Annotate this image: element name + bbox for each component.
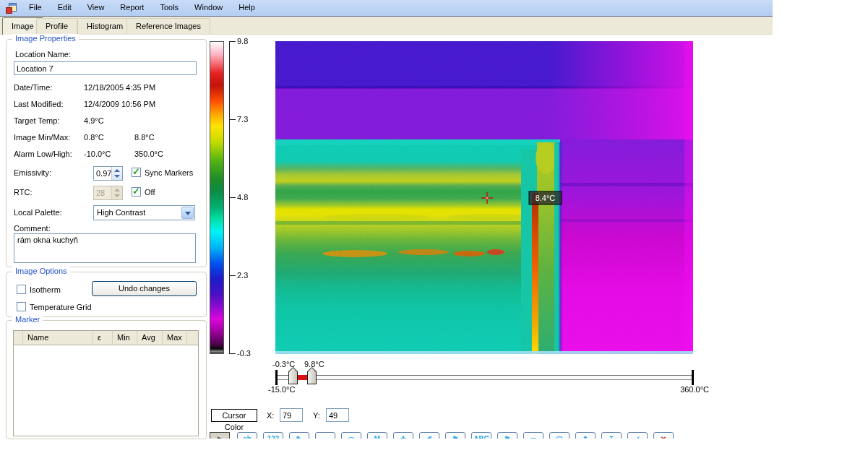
range-slider-track[interactable]	[277, 375, 694, 380]
slider-low-handle[interactable]	[288, 367, 298, 384]
palette-scale-bar	[210, 41, 224, 354]
emissivity-spinner[interactable]: 0.97	[93, 166, 123, 181]
annotation-123-icon: 123	[264, 435, 283, 439]
toolbar-button[interactable]: ✓	[627, 432, 648, 439]
emissivity-label: Emissivity:	[14, 168, 51, 177]
pointer-cursor-icon: ➤	[210, 435, 229, 439]
toolbar-button[interactable]: ✎	[289, 432, 309, 439]
tab-reference-images[interactable]: Reference Images	[126, 18, 210, 34]
toolbar-button[interactable]: ✚	[393, 432, 413, 439]
cross-marker-icon: ✚	[394, 435, 413, 439]
toolbar-button[interactable]: ✐	[419, 432, 439, 439]
scale-tick-label: -0.3	[237, 349, 262, 358]
menu-window[interactable]: Window	[186, 0, 231, 16]
marker-col-min[interactable]: Min	[113, 331, 137, 345]
cursor-color-button[interactable]: Cursor Color	[211, 409, 257, 422]
toolbar-button[interactable]: —	[315, 432, 335, 439]
pencil-icon: ✎	[290, 435, 309, 439]
sync-markers-checkbox[interactable]	[132, 168, 141, 177]
menu-tools[interactable]: Tools	[152, 0, 186, 16]
marker-col-max[interactable]: Max	[163, 331, 187, 345]
menu-bar: File Edit View Report Tools Window Help	[0, 0, 773, 17]
cursor-x-label: X:	[267, 411, 274, 420]
polyline-tool-icon: M	[368, 435, 387, 439]
menu-file[interactable]: File	[21, 0, 50, 16]
local-palette-label: Local Palette:	[14, 208, 62, 217]
temperature-grid-checkbox[interactable]	[17, 302, 26, 311]
marker-col-name[interactable]: Name	[23, 331, 93, 345]
toolbar-button[interactable]: ▢	[549, 432, 570, 439]
toolbar-button[interactable]: ↥	[575, 432, 596, 439]
toolbar-button[interactable]: ✕	[653, 432, 674, 439]
image-options-title: Image Options	[12, 267, 70, 275]
isotherm-checkbox[interactable]	[17, 285, 26, 294]
alarm-high-value: 350.0°C	[134, 150, 163, 158]
spin-up-icon[interactable]	[114, 169, 120, 172]
last-modified-label: Last Modified:	[14, 100, 63, 108]
tab-profile[interactable]: Profile	[36, 18, 77, 34]
target-temp-label: Target Temp:	[14, 116, 59, 125]
label-abc-icon: ABC	[472, 435, 491, 439]
slider-max-label: 360.0°C	[673, 385, 709, 394]
marker-col-avg[interactable]: Avg	[137, 331, 163, 345]
slider-min-tick	[275, 370, 278, 385]
toolbar-button[interactable]: M	[367, 432, 387, 439]
red-square-glyph	[6, 7, 12, 14]
cursor-x-input[interactable]	[280, 408, 303, 422]
slider-min-label: -15.0°C	[268, 385, 295, 394]
chevron-down-icon[interactable]	[181, 207, 194, 219]
datetime-label: Date/Time:	[14, 83, 52, 92]
datetime-value: 12/18/2005 4:35 PM	[84, 83, 155, 92]
slider-high-label: 9.8°C	[304, 360, 325, 368]
spin-down-icon	[114, 194, 120, 197]
marker-group: Marker Name ε Min Avg Max	[6, 320, 207, 439]
rtc-off-checkbox[interactable]	[132, 187, 141, 197]
cursor-temp-tooltip: 8.4°C	[529, 191, 562, 204]
emissivity-spin-buttons[interactable]	[111, 167, 122, 180]
toolbar-button[interactable]: ⚑	[497, 432, 517, 439]
apply-check-icon: ✓	[628, 435, 647, 439]
cursor-y-input[interactable]	[326, 408, 349, 422]
toolbar-button[interactable]: ➤	[210, 432, 230, 439]
comment-textarea[interactable]: rám okna kuchyň	[14, 233, 196, 263]
comment-label: Comment:	[14, 224, 51, 233]
menu-help[interactable]: Help	[231, 0, 263, 16]
cursor-temp-tooltip-text: 8.4°C	[536, 194, 556, 202]
marker-table-header: Name ε Min Avg Max	[14, 331, 198, 345]
tab-histogram[interactable]: Histogram	[77, 18, 132, 34]
rectangle-tool-icon: ▭	[524, 435, 543, 439]
toolbar-button[interactable]: ab	[237, 432, 257, 439]
sync-markers-label: Sync Markers	[145, 168, 193, 177]
toolbar-button[interactable]: ⬭	[341, 432, 361, 439]
rtc-spin-buttons	[111, 186, 122, 199]
flag-tool-icon: ⚑	[498, 435, 517, 439]
toolbar-button[interactable]: ↧	[601, 432, 622, 439]
annotation-toolbar: ➤ ab 123 ✎ — ⬭ M ✚ ✐ ⚑ ABC ⚑ ▭ ▢ ↥ ↧ ✓ ✕	[210, 432, 716, 439]
menu-edit[interactable]: Edit	[50, 0, 80, 16]
isotherm-label: Isotherm	[30, 285, 61, 294]
image-minmax-label: Image Min/Max:	[14, 133, 70, 142]
toolbar-button[interactable]: ▭	[523, 432, 543, 439]
spin-down-icon[interactable]	[114, 175, 120, 178]
marker-col-blank[interactable]	[14, 331, 23, 345]
slider-low-label: -0.3°C	[272, 360, 295, 368]
marker-flag-icon: ⚑	[446, 435, 465, 439]
target-temp-value: 4.9°C	[84, 116, 104, 125]
location-name-input[interactable]	[14, 61, 197, 75]
scale-tick-label: 2.3	[237, 271, 262, 280]
menu-report[interactable]: Report	[112, 0, 152, 16]
toolbar-button[interactable]: ABC	[471, 432, 491, 439]
rounded-rect-tool-icon: ▢	[550, 435, 569, 439]
scale-tick-label: 9.8	[237, 37, 262, 46]
marker-table-body[interactable]	[14, 345, 198, 436]
toolbar-button[interactable]: ⚑	[445, 432, 465, 439]
palette-scale-ruler	[229, 41, 236, 354]
thermal-image[interactable]: 8.4°C	[275, 41, 693, 354]
menu-view[interactable]: View	[80, 0, 113, 16]
undo-changes-button[interactable]: Undo changes	[92, 281, 197, 296]
local-palette-dropdown[interactable]: High Contrast	[93, 205, 195, 220]
toolbar-button[interactable]: 123	[263, 432, 283, 439]
marker-col-epsilon[interactable]: ε	[93, 331, 113, 345]
delete-x-icon: ✕	[654, 435, 673, 439]
slider-high-handle[interactable]	[307, 367, 317, 384]
